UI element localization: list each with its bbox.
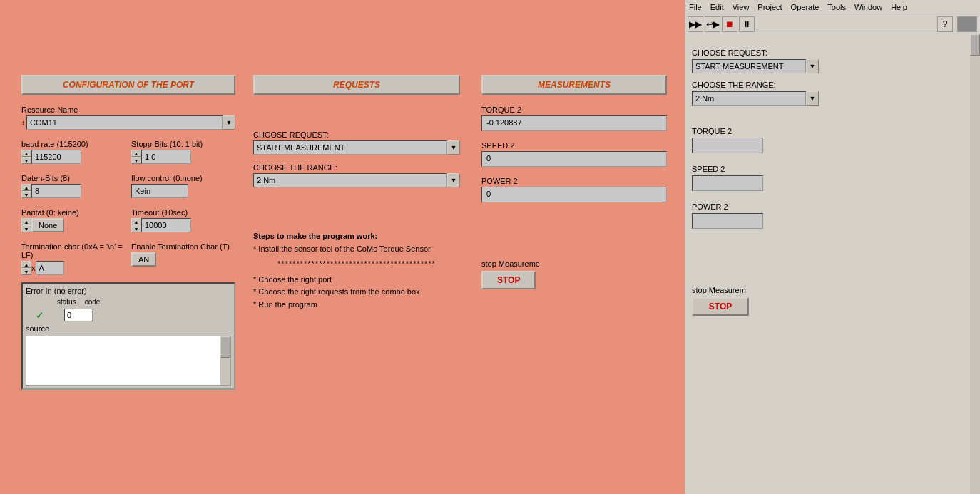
flow-control-input[interactable]: [131, 184, 188, 198]
rp-stop-button[interactable]: STOP: [692, 297, 749, 316]
stopp-bits-label: Stopp-Bits (10: 1 bit): [131, 140, 235, 148]
stop-measurement-label: stop Measureme: [481, 259, 667, 268]
baud-rate-label: baud rate (115200): [21, 140, 126, 148]
paritat-down[interactable]: ▼: [21, 225, 31, 232]
help-button[interactable]: ?: [937, 16, 953, 32]
stopp-bits-spinner[interactable]: ▲ ▼: [131, 150, 235, 164]
timeout-down[interactable]: ▼: [131, 225, 141, 232]
paritat-spinner[interactable]: ▲ ▼ None: [21, 218, 126, 232]
timeout-up[interactable]: ▲: [131, 218, 141, 225]
choose-request-dropdown-btn[interactable]: ▼: [447, 140, 460, 155]
rp-speed-label: SPEED 2: [692, 165, 941, 173]
termination-char-input[interactable]: [36, 261, 64, 275]
pause-button[interactable]: ⏸: [739, 16, 755, 32]
stop-button[interactable]: STOP: [481, 271, 536, 289]
stopp-bits-down[interactable]: ▼: [131, 157, 141, 164]
choose-range-label: CHOOSE THE RANGE:: [253, 163, 460, 172]
steps-text: Steps to make the program work: * Instal…: [253, 230, 460, 312]
rp-speed-value: [692, 175, 763, 191]
menu-bar: File Edit View Project Operate Tools Win…: [685, 0, 980, 14]
error-header-row: status code: [26, 298, 231, 306]
speed-label: SPEED 2: [481, 141, 667, 150]
resource-name-input[interactable]: [26, 115, 223, 130]
menu-tools[interactable]: Tools: [823, 1, 850, 13]
daten-bits-down[interactable]: ▼: [21, 191, 31, 198]
error-source-label: source: [26, 324, 231, 333]
rp-torque-label: TORQUE 2: [692, 127, 941, 135]
error-in-box: Error In (no error) status code ✓ source: [21, 282, 235, 390]
menu-window[interactable]: Window: [850, 1, 887, 13]
run-continuously-button[interactable]: ↩▶: [705, 16, 720, 32]
rp-choose-request-input[interactable]: [692, 59, 806, 73]
requests-panel: REQUESTS CHOOSE REQUEST: ▼ CHOOSE THE RA…: [246, 68, 467, 319]
baud-rate-down[interactable]: ▼: [21, 157, 31, 164]
logo-icon: [957, 16, 977, 32]
daten-bits-label: Daten-Bits (8): [21, 174, 126, 182]
baud-rate-input[interactable]: [31, 150, 81, 164]
rp-choose-range-input[interactable]: [692, 91, 806, 106]
error-status-col: status: [54, 298, 79, 306]
torque-label: TORQUE 2: [481, 106, 667, 114]
toolbar: ▶▶ ↩▶ ⏹ ⏸ ?: [685, 14, 980, 34]
config-panel: CONFIGURATION OF THE PORT Resource Name …: [14, 68, 243, 397]
choose-request-label: CHOOSE REQUEST:: [253, 130, 460, 139]
rp-choose-range-btn[interactable]: ▼: [806, 91, 819, 106]
source-box[interactable]: [26, 336, 231, 386]
choose-request-input[interactable]: [253, 140, 447, 155]
timeout-spinner[interactable]: ▲ ▼: [131, 218, 235, 232]
termination-char-label: Termination char (0xA = '\n' = LF): [21, 242, 126, 259]
baud-rate-up[interactable]: ▲: [21, 150, 31, 157]
rp-torque-value: [692, 138, 763, 153]
rp-choose-request-btn[interactable]: ▼: [806, 59, 819, 73]
step-3: * Choose the right requests from the com…: [253, 286, 460, 299]
menu-operate[interactable]: Operate: [787, 1, 824, 13]
rp-choose-range-dropdown[interactable]: ▼: [692, 91, 941, 106]
timeout-input[interactable]: [141, 218, 191, 232]
window-scrollbar-thumb: [970, 34, 980, 56]
paritat-none-btn[interactable]: None: [31, 218, 64, 232]
run-button[interactable]: ▶▶: [688, 16, 703, 32]
daten-bits-spinner[interactable]: ▲ ▼: [21, 184, 126, 198]
abort-button[interactable]: ⏹: [722, 16, 737, 32]
choose-range-dropdown-btn[interactable]: ▼: [447, 173, 460, 187]
rp-choose-request-dropdown[interactable]: ▼: [692, 59, 941, 73]
menu-edit[interactable]: Edit: [706, 1, 728, 13]
measurements-panel-title: MEASUREMENTS: [481, 75, 667, 95]
resource-name-dropdown-btn[interactable]: ▼: [223, 115, 235, 130]
rp-power-label: POWER 2: [692, 202, 941, 211]
rp-choose-range-label: CHOOSE THE RANGE:: [692, 81, 941, 89]
menu-project[interactable]: Project: [753, 1, 786, 13]
enable-termination-label: Enable Termination Char (T): [131, 242, 235, 251]
menu-help[interactable]: Help: [887, 1, 912, 13]
termination-down[interactable]: ▼: [21, 268, 31, 275]
baud-rate-spinner[interactable]: ▲ ▼: [21, 150, 126, 164]
rp-power-value: [692, 213, 763, 229]
termination-up[interactable]: ▲: [21, 261, 31, 268]
scrollbar-thumb: [220, 336, 230, 358]
rp-stop-label: stop Measurem: [692, 286, 941, 294]
step-2: * Choose the right port: [253, 274, 460, 287]
daten-bits-up[interactable]: ▲: [21, 184, 31, 191]
choose-range-dropdown[interactable]: ▼: [253, 173, 460, 187]
choose-request-dropdown[interactable]: ▼: [253, 140, 460, 155]
enable-termination-btn[interactable]: AN: [131, 252, 156, 267]
menu-file[interactable]: File: [685, 1, 706, 13]
measurements-panel: MEASUREMENTS TORQUE 2 -0.120887 SPEED 2 …: [474, 68, 674, 297]
window-scrollbar[interactable]: [970, 34, 980, 494]
paritat-label: Parität (0: keine): [21, 208, 126, 217]
steps-title: Steps to make the program work:: [253, 232, 377, 240]
daten-bits-input[interactable]: [31, 184, 81, 198]
termination-char-spinner[interactable]: ▲ ▼ x: [21, 261, 126, 275]
error-data-row: ✓: [26, 309, 231, 321]
choose-range-input[interactable]: [253, 173, 447, 187]
paritat-up[interactable]: ▲: [21, 218, 31, 225]
source-scrollbar[interactable]: [220, 336, 230, 385]
resource-name-dropdown[interactable]: ↕ ▼: [21, 115, 235, 130]
config-panel-title: CONFIGURATION OF THE PORT: [21, 75, 235, 95]
error-code-input[interactable]: [64, 309, 93, 321]
power-label: POWER 2: [481, 177, 667, 185]
stopp-bits-input[interactable]: [141, 150, 191, 164]
menu-view[interactable]: View: [728, 1, 754, 13]
speed-value: 0: [481, 151, 667, 167]
stopp-bits-up[interactable]: ▲: [131, 150, 141, 157]
